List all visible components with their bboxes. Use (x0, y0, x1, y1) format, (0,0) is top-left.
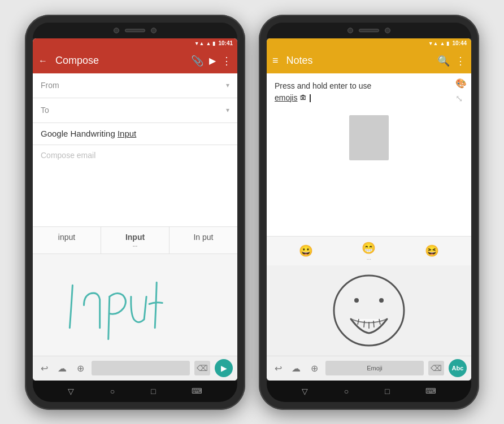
notes-corner-icons: 🎨 ⤡ (455, 78, 467, 104)
abc-label: Abc (452, 365, 464, 371)
suggestion-in-put[interactable]: In put (170, 227, 237, 253)
right-phone: ▼▲ ▲ ▮ 10:44 ≡ Notes 🔍 ⋮ Press and hold … (259, 15, 479, 410)
notes-text-line2: emojis 🏚 (275, 92, 463, 104)
right-status-bar: ▼▲ ▲ ▮ 10:44 (267, 38, 471, 49)
notes-title: Notes (286, 55, 432, 67)
suggestion-dots: ... (103, 242, 167, 248)
notes-delete-icon: ⌫ (431, 364, 442, 373)
subject-underlined: Input (118, 129, 136, 138)
signal-icon: ▼▲ (194, 41, 205, 46)
nav-keyboard-icon[interactable]: ⌨ (192, 387, 202, 395)
search-icon[interactable]: 🔍 (437, 55, 450, 67)
keyboard-bar-left: ↩ ☁ ⊕ ⌫ ▶ (33, 356, 237, 381)
left-status-bar: ▼▲ ▲ ▮ 10:41 (33, 38, 237, 49)
battery-icon-r: ▮ (446, 41, 449, 46)
attach-icon[interactable]: 📎 (191, 55, 203, 67)
nav-back-btn[interactable]: ▽ (68, 387, 74, 396)
subject-field[interactable]: Google Handwriting Input (33, 123, 237, 145)
left-phone-screen: ▼▲ ▲ ▮ 10:41 ← Compose 📎 ▶ ⋮ From ▾ (33, 38, 237, 381)
right-nav-bar: ▽ ○ □ ⌨ (267, 381, 471, 402)
svg-point-1 (354, 298, 359, 303)
keyboard-send-button[interactable]: ▶ (215, 359, 233, 377)
gmail-toolbar: ← Compose 📎 ▶ ⋮ (33, 49, 237, 73)
keyboard-spacer (92, 361, 190, 375)
palette-icon[interactable]: 🎨 (455, 78, 467, 89)
emoji-suggestions-row: 😀 😁 ... 😆 (267, 236, 471, 265)
to-field[interactable]: To ▾ (33, 98, 237, 123)
left-phone: ▼▲ ▲ ▮ 10:41 ← Compose 📎 ▶ ⋮ From ▾ (25, 15, 245, 410)
right-phone-top-bar (267, 23, 471, 38)
back-button[interactable]: ← (38, 56, 47, 66)
emoji-mode-label[interactable]: Emoji (325, 361, 424, 375)
emoji-suggestion-2[interactable]: 😁 ... (362, 241, 376, 261)
right-status-icons: ▼▲ ▲ ▮ 10:44 (428, 40, 467, 46)
from-label: From (41, 81, 226, 90)
right-phone-screen: ▼▲ ▲ ▮ 10:44 ≡ Notes 🔍 ⋮ Press and hold … (267, 38, 471, 381)
svg-point-2 (379, 298, 384, 303)
abc-button[interactable]: Abc (449, 359, 467, 377)
notes-text-line1: Press and hold enter to use (275, 80, 463, 92)
speaker-right (359, 29, 379, 32)
notes-emoji-inline: 🏚 (299, 94, 307, 102)
more-icon[interactable]: ⋮ (221, 55, 232, 67)
nav-home-btn[interactable]: ○ (110, 387, 115, 396)
camera-right-right (385, 28, 390, 33)
left-status-icons: ▼▲ ▲ ▮ 10:41 (194, 40, 233, 46)
notes-delete-key[interactable]: ⌫ (428, 361, 444, 375)
right-nav-back-btn[interactable]: ▽ (302, 387, 308, 396)
face-drawing-canvas[interactable] (267, 265, 471, 356)
wifi-icon: ▲ (206, 41, 211, 46)
suggestion-input-lower[interactable]: input (33, 227, 101, 253)
right-nav-keyboard-icon[interactable]: ⌨ (425, 387, 436, 395)
notes-globe-icon[interactable]: ⊕ (307, 363, 321, 374)
handwriting-canvas[interactable] (33, 254, 237, 356)
delete-icon: ⌫ (197, 364, 208, 373)
expand-icon[interactable]: ⤡ (455, 93, 467, 104)
notes-undo-icon[interactable]: ↩ (271, 363, 285, 374)
notes-keyboard-bar: ↩ ☁ ⊕ Emoji ⌫ Abc (267, 356, 471, 381)
right-nav-recents-btn[interactable]: □ (385, 387, 389, 396)
cloud-icon[interactable]: ☁ (55, 363, 69, 374)
suggestion-input-capital[interactable]: Input ... (101, 227, 170, 253)
emoji-suggestion-1[interactable]: 😀 (299, 244, 313, 257)
left-nav-bar: ▽ ○ □ ⌨ (33, 381, 237, 402)
speaker-left (125, 29, 145, 32)
notes-content-area[interactable]: Press and hold enter to use emojis 🏚 🎨 ⤡ (267, 73, 471, 236)
battery-icon: ▮ (212, 41, 215, 46)
globe-icon[interactable]: ⊕ (73, 363, 87, 374)
phones-container: ▼▲ ▲ ▮ 10:41 ← Compose 📎 ▶ ⋮ From ▾ (25, 15, 479, 410)
svg-line-6 (373, 321, 374, 327)
notes-cloud-icon[interactable]: ☁ (289, 363, 303, 374)
notes-image-placeholder (349, 115, 389, 160)
text-cursor (310, 94, 311, 102)
to-label: To (41, 106, 226, 115)
send-icon[interactable]: ▶ (209, 55, 216, 66)
time-display-right: 10:44 (452, 40, 467, 46)
emoji-suggestion-3[interactable]: 😆 (425, 244, 439, 257)
right-nav-home-btn[interactable]: ○ (344, 387, 349, 396)
from-chevron-icon: ▾ (226, 81, 229, 89)
keyboard-send-icon: ▶ (221, 364, 227, 373)
from-field[interactable]: From ▾ (33, 73, 237, 98)
left-phone-top-bar (33, 23, 237, 38)
notes-underline-emojis: emojis (275, 93, 297, 102)
notes-toolbar: ≡ Notes 🔍 ⋮ (267, 49, 471, 73)
emoji-label-text: Emoji (367, 365, 383, 371)
compose-area[interactable]: Compose email (33, 145, 237, 226)
svg-point-0 (334, 276, 404, 346)
signal-icon-r: ▼▲ (428, 41, 438, 46)
hw-suggestions-bar: input Input ... In put (33, 226, 237, 254)
notes-more-icon[interactable]: ⋮ (455, 55, 466, 67)
camera-left (114, 28, 119, 33)
menu-icon[interactable]: ≡ (272, 55, 279, 67)
camera-right-left (347, 28, 353, 33)
to-chevron-icon: ▾ (226, 106, 229, 114)
subject-text: Google Handwriting Input (41, 129, 136, 138)
undo-icon[interactable]: ↩ (37, 363, 51, 374)
delete-key[interactable]: ⌫ (194, 361, 210, 375)
compose-title: Compose (55, 55, 185, 67)
svg-line-4 (364, 321, 364, 327)
gmail-form: From ▾ To ▾ Google Handwriting Input Com… (33, 73, 237, 381)
time-display: 10:41 (218, 40, 233, 46)
nav-recents-btn[interactable]: □ (151, 387, 155, 396)
